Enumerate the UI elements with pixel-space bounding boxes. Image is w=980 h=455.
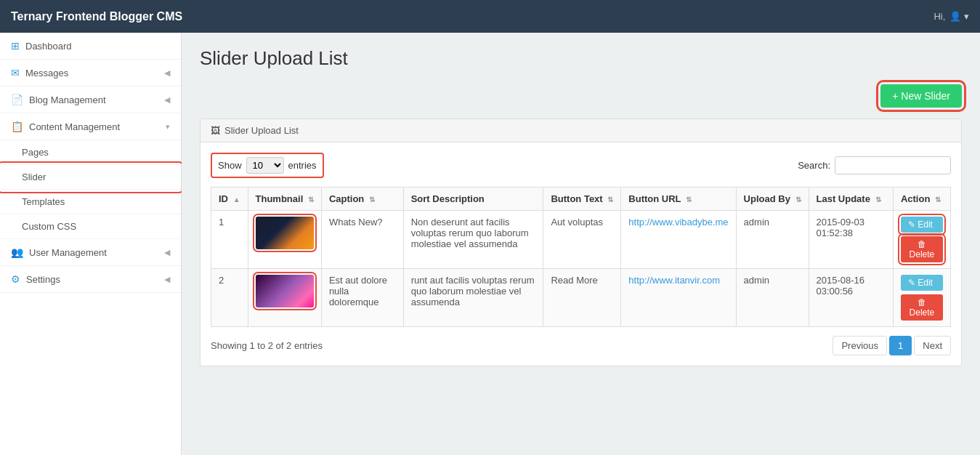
entries-label: entries [288,160,317,171]
table-row: 1 Whats New? Non deserunt aut facilis vo… [211,211,951,269]
user-icon[interactable]: 👤 ▾ [949,11,969,22]
sidebar-item-label: Dashboard [25,41,72,52]
chevron-icon: ▾ [166,122,170,132]
sidebar-item-content-management[interactable]: 📋 Content Management ▾ [0,113,181,140]
col-last-update[interactable]: Last Update ⇅ [809,188,893,211]
navbar: Ternary Frontend Blogger CMS Hi, 👤 ▾ [0,0,980,33]
search-label: Search: [798,160,830,171]
chevron-icon: ◀ [164,275,170,284]
cell-sort-description: Non deserunt aut facilis voluptas rerum … [403,211,543,269]
col-button-url[interactable]: Button URL ⇅ [621,188,736,211]
showing-text: Showing 1 to 2 of 2 entries [211,340,323,351]
show-entries-wrap: Show 10 25 50 100 entries [211,153,324,178]
col-button-text[interactable]: Button Text ⇅ [543,188,621,211]
cell-action: ✎ Edit 🗑 Delete [893,211,950,269]
sidebar-item-label: Settings [26,274,60,285]
col-thumbnail[interactable]: Thumbnail ⇅ [248,188,321,211]
cell-caption: Est aut dolore nulla doloremque [321,269,403,327]
col-sort-description: Sort Description [403,188,543,211]
page-1-button[interactable]: 1 [889,336,912,355]
cell-thumbnail [248,269,321,327]
sort-icon: ▲ [233,196,240,204]
new-slider-btn-wrap: + New Slider [200,84,962,108]
card-header-title: Slider Upload List [224,125,299,136]
cell-upload-by: admin [736,269,809,327]
settings-icon: ⚙ [11,273,20,285]
sidebar-sub-item-custom-css[interactable]: Custom CSS [0,214,181,239]
col-id[interactable]: ID ▲ [211,188,248,211]
show-label: Show [218,160,242,171]
chevron-icon: ◀ [164,68,170,78]
blog-icon: 📄 [11,94,23,105]
sidebar-item-dashboard[interactable]: ⊞ Dashboard [0,33,181,60]
content-icon: 📋 [11,121,23,132]
button-url-link[interactable]: http://www.vibadybe.me [628,217,728,227]
search-wrap: Search: [798,156,951,174]
cell-id: 2 [211,269,248,327]
sort-icon: ⇅ [369,196,375,204]
table-row: 2 Est aut dolore nulla doloremque runt a… [211,269,951,327]
chevron-icon: ◀ [164,95,170,105]
sidebar-item-label: Content Management [29,121,120,132]
edit-button[interactable]: ✎ Edit [901,275,943,291]
sidebar-item-settings[interactable]: ⚙ Settings ◀ [0,266,181,293]
sidebar-item-user-management[interactable]: 👥 User Management ◀ [0,239,181,266]
cell-upload-by: admin [736,211,809,269]
search-input[interactable] [835,156,951,174]
delete-button[interactable]: 🗑 Delete [901,236,943,262]
previous-button[interactable]: Previous [833,336,887,355]
table-header-row: ID ▲ Thumbnail ⇅ Caption ⇅ Sort Descript… [211,188,951,211]
sidebar: ⊞ Dashboard ✉ Messages ◀ 📄 Blog Manageme… [0,33,182,455]
dashboard-icon: ⊞ [11,40,20,52]
cell-thumbnail [248,211,321,269]
new-slider-button[interactable]: + New Slider [880,84,962,108]
main-content: Slider Upload List + New Slider 🖼 Slider… [182,33,980,455]
sidebar-item-blog-management[interactable]: 📄 Blog Management ◀ [0,86,181,113]
sidebar-sub-label: Slider [22,172,46,182]
sidebar-sub-item-slider[interactable]: Slider [0,165,181,190]
sidebar-sub-label: Templates [22,196,65,207]
next-button[interactable]: Next [914,336,951,355]
sidebar-sub-item-templates[interactable]: Templates [0,190,181,214]
table-controls: Show 10 25 50 100 entries Search: [211,153,951,178]
sidebar-item-messages[interactable]: ✉ Messages ◀ [0,60,181,86]
slider-table: ID ▲ Thumbnail ⇅ Caption ⇅ Sort Descript… [211,187,951,327]
cell-id: 1 [211,211,248,269]
sidebar-sub-label: Pages [22,147,49,158]
user-management-icon: 👥 [11,246,23,258]
cell-button-text: Read More [543,269,621,327]
col-caption[interactable]: Caption ⇅ [321,188,403,211]
layout: ⊞ Dashboard ✉ Messages ◀ 📄 Blog Manageme… [0,33,980,455]
sort-icon: ⇅ [607,196,613,204]
sort-icon: ⇅ [935,196,941,204]
cell-action: ✎ Edit 🗑 Delete [893,269,950,327]
cell-last-update: 2015-09-03 01:52:38 [809,211,893,269]
col-action[interactable]: Action ⇅ [893,188,950,211]
entries-select[interactable]: 10 25 50 100 [246,157,284,174]
action-buttons: ✎ Edit 🗑 Delete [901,217,943,262]
cell-button-url: http://www.vibadybe.me [621,211,736,269]
messages-icon: ✉ [11,67,20,78]
app-title: Ternary Frontend Blogger CMS [11,10,182,23]
user-greeting: Hi, 👤 ▾ [934,11,969,22]
page-title: Slider Upload List [200,47,962,70]
delete-button[interactable]: 🗑 Delete [901,294,943,321]
pagination: Previous 1 Next [833,336,951,355]
cell-caption: Whats New? [321,211,403,269]
card-header: 🖼 Slider Upload List [201,119,961,142]
thumbnail-image [256,275,314,307]
card-body: Show 10 25 50 100 entries Search: [201,142,961,366]
sidebar-item-label: Messages [25,68,68,78]
button-url-link[interactable]: http://www.itanvir.com [628,275,720,286]
edit-button[interactable]: ✎ Edit [901,217,943,233]
cell-button-url: http://www.itanvir.com [621,269,736,327]
col-upload-by[interactable]: Upload By ⇅ [736,188,809,211]
action-buttons: ✎ Edit 🗑 Delete [901,275,943,321]
cell-button-text: Aut voluptas [543,211,621,269]
thumbnail-img [256,275,314,307]
thumbnail-img [256,217,314,249]
sort-icon: ⇅ [686,196,692,204]
sort-icon: ⇅ [308,196,314,204]
cell-sort-description: runt aut facilis voluptas rerum quo labo… [403,269,543,327]
sidebar-sub-item-pages[interactable]: Pages [0,140,181,165]
